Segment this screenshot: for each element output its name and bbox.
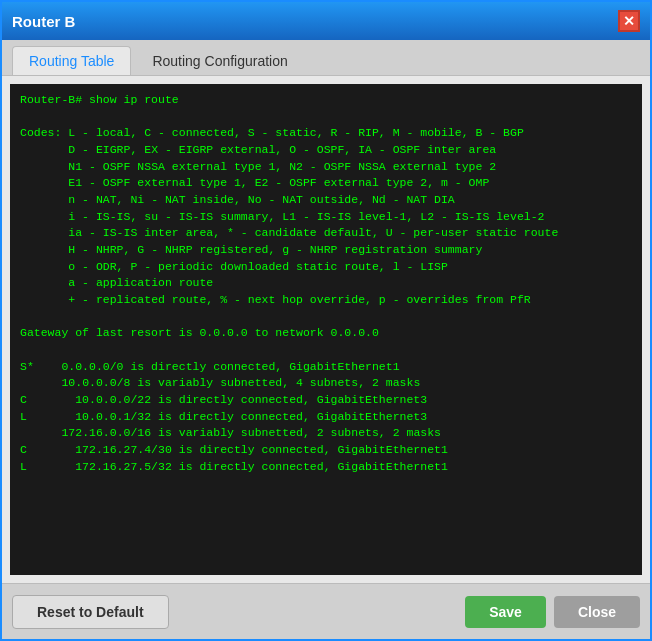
- tab-bar: Routing Table Routing Configuration: [2, 40, 650, 76]
- tab-routing-table[interactable]: Routing Table: [12, 46, 131, 75]
- footer: Reset to Default Save Close: [2, 583, 650, 639]
- terminal-text: Router-B# show ip route Codes: L - local…: [20, 92, 632, 475]
- titlebar: Router B ✕: [2, 2, 650, 40]
- tab-routing-configuration[interactable]: Routing Configuration: [135, 46, 304, 75]
- reset-to-default-button[interactable]: Reset to Default: [12, 595, 169, 629]
- save-button[interactable]: Save: [465, 596, 546, 628]
- window-close-button[interactable]: ✕: [618, 10, 640, 32]
- content-area: Router-B# show ip route Codes: L - local…: [2, 76, 650, 583]
- window-title: Router B: [12, 13, 75, 30]
- close-button[interactable]: Close: [554, 596, 640, 628]
- terminal-output[interactable]: Router-B# show ip route Codes: L - local…: [10, 84, 642, 575]
- modal-window: Router B ✕ Routing Table Routing Configu…: [0, 0, 652, 641]
- terminal-wrapper: Router-B# show ip route Codes: L - local…: [10, 84, 642, 575]
